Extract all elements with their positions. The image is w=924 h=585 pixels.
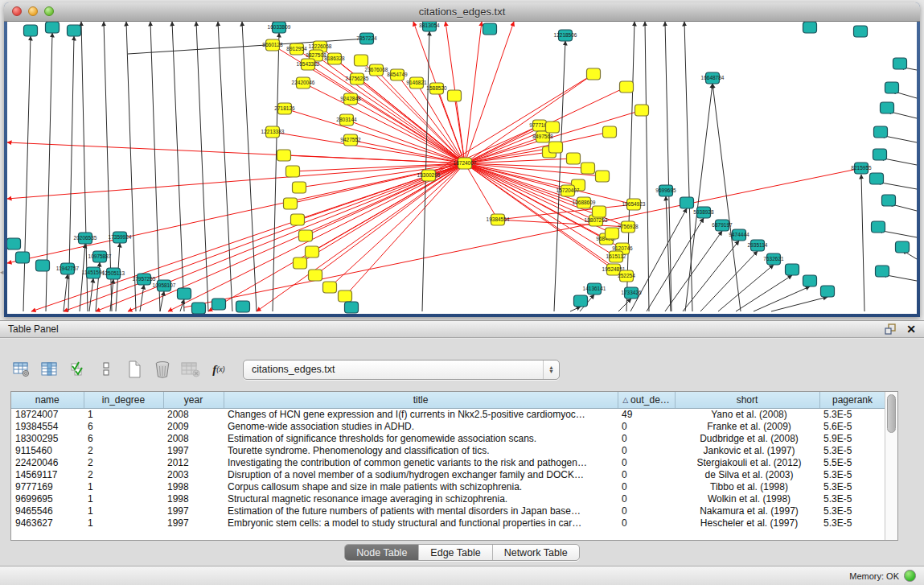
table-row[interactable]: 1456911722003Disruption of a novel membe… [11,468,885,480]
network-edge[interactable] [684,22,692,311]
network-edge[interactable] [645,22,649,311]
cell-year[interactable]: 2008 [163,432,224,444]
cell-name[interactable]: 9699695 [11,492,84,505]
network-node[interactable] [323,282,337,293]
network-node[interactable]: 9699695 [655,185,676,196]
network-node[interactable]: 17359924 [109,232,132,243]
network-node[interactable] [803,275,817,286]
network-edge[interactable] [465,137,543,163]
network-node[interactable] [881,102,894,113]
network-node[interactable] [581,163,595,174]
network-edge[interactable] [308,64,465,163]
cell-short[interactable]: Nakamura et al. (1997) [675,505,819,517]
cell-out_degree[interactable]: 0 [618,456,675,468]
cell-out_degree[interactable]: 0 [618,432,675,444]
network-node[interactable]: 9756928 [618,221,639,233]
network-node[interactable]: 14136141 [583,283,606,295]
select-all-columns-button[interactable] [68,359,88,380]
network-node[interactable]: 8912954 [286,43,307,55]
cell-out_degree[interactable]: 49 [618,408,675,420]
cell-in_degree[interactable]: 1 [84,505,163,517]
cell-year[interactable]: 1997 [163,444,224,456]
cell-pagerank[interactable]: 5.5E-5 [819,456,885,468]
cell-in_degree[interactable]: 6 [84,432,163,444]
cell-title[interactable]: Investigating the contribution of common… [224,456,618,468]
network-node[interactable] [355,55,368,66]
delete-columns-button[interactable] [152,359,173,380]
cell-short[interactable]: Franke et al. (2009) [675,420,819,432]
cell-short[interactable]: Hescheler et al. (1997) [675,517,819,529]
hide-columns-button[interactable] [96,359,117,380]
network-node[interactable] [882,195,896,206]
network-node[interactable]: 7632621 [763,253,784,265]
cell-in_degree[interactable]: 1 [84,480,163,492]
cell-pagerank[interactable]: 5.3E-5 [819,492,885,505]
network-node[interactable] [603,126,617,138]
cell-out_degree[interactable]: 0 [618,505,675,517]
column-header-name[interactable]: name [11,392,84,408]
table-row[interactable]: 1872400712008Changes of HCN gene express… [11,408,885,420]
table-row[interactable]: 1938455462009Genome-wide association stu… [11,420,885,432]
network-node[interactable]: 2803144 [336,114,357,126]
network-node[interactable]: 1588520 [426,83,447,94]
cell-pagerank[interactable]: 5.3E-5 [819,468,885,480]
network-node[interactable] [870,173,884,184]
network-node[interactable] [36,260,50,271]
cell-name[interactable]: 22420046 [11,456,84,468]
network-node[interactable] [345,302,359,313]
cell-title[interactable]: Structural magnetic resonance image aver… [224,492,618,505]
network-node[interactable]: 10975887 [88,251,112,262]
network-node[interactable] [680,197,694,208]
table-row[interactable]: 946554611997Estimation of the future num… [11,505,885,517]
network-edge[interactable] [184,168,861,307]
network-node[interactable] [299,230,313,241]
table-row[interactable]: 969969511998Structural magnetic resonanc… [11,492,885,505]
network-node[interactable]: 8454749 [387,69,408,80]
network-edge[interactable] [7,142,465,163]
network-node[interactable] [448,90,462,101]
network-node[interactable]: 19654923 [622,199,646,210]
float-panel-icon[interactable] [885,323,897,335]
memory-status-indicator[interactable] [904,570,916,582]
cell-out_degree[interactable]: 0 [618,492,675,505]
network-node[interactable] [178,288,191,299]
network-node[interactable] [16,252,30,263]
network-node[interactable] [546,122,560,133]
cell-name[interactable]: 18300295 [11,432,84,444]
cell-out_degree[interactable]: 0 [618,444,675,456]
network-node[interactable]: 252254 [618,270,635,282]
network-node[interactable] [68,25,81,36]
cell-title[interactable]: Changes of HCN gene expression and I(f) … [224,408,618,420]
column-header-out_degree[interactable]: △out_de… [618,392,675,408]
cell-in_degree[interactable]: 2 [84,468,163,480]
network-edge[interactable] [754,286,810,311]
network-node[interactable]: 12218506 [554,30,577,41]
network-node[interactable] [803,22,817,33]
column-header-short[interactable]: short [675,392,819,408]
cell-short[interactable]: Tibbo et al. (1998) [675,480,819,492]
network-node[interactable]: 2935114 [748,240,768,251]
network-edge[interactable] [140,285,144,311]
cell-out_degree[interactable]: 0 [618,420,675,432]
network-edge[interactable] [168,163,465,311]
close-window-button[interactable] [12,6,22,16]
cell-out_degree[interactable]: 0 [618,517,675,529]
cell-name[interactable]: 19384554 [11,420,84,432]
network-edge[interactable] [196,22,208,311]
cell-name[interactable]: 9115460 [11,444,84,456]
network-node[interactable] [549,142,563,153]
zoom-window-button[interactable] [44,6,54,16]
cell-in_degree[interactable]: 1 [84,408,163,420]
network-edge[interactable] [64,274,68,311]
cell-name[interactable]: 14569117 [11,468,84,480]
show-columns-button[interactable] [39,359,60,380]
network-edge[interactable] [150,22,160,311]
cell-pagerank[interactable]: 5.3E-5 [819,444,885,456]
cell-in_degree[interactable]: 2 [84,444,163,456]
network-edge[interactable] [330,163,465,287]
network-node[interactable] [854,26,868,37]
network-node[interactable]: 6879197 [712,220,733,231]
network-node[interactable]: 8215955 [851,163,872,174]
network-node[interactable]: 1615112 [606,251,626,262]
cell-out_degree[interactable]: 0 [618,468,675,480]
